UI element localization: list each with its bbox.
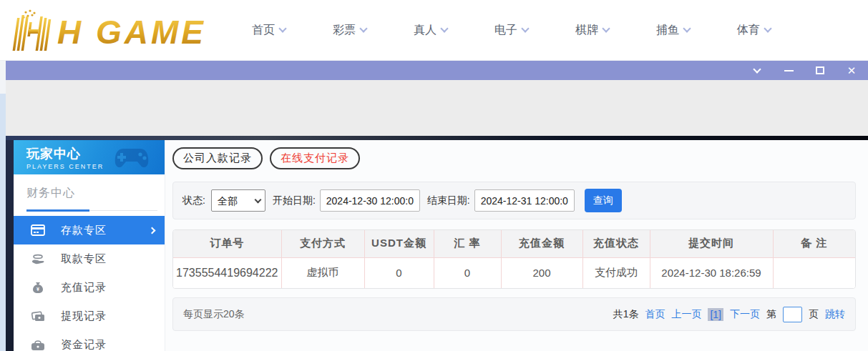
- nav-item-sports[interactable]: 体育: [737, 23, 771, 38]
- sidebar-item-label: 取款专区: [61, 252, 107, 266]
- sidebar-item-recharge-records[interactable]: ¥ 充值记录: [14, 273, 165, 302]
- jump-prefix-label: 第: [766, 308, 776, 321]
- start-date-label: 开始日期:: [273, 194, 316, 207]
- nav-item-chess[interactable]: 棋牌: [575, 23, 609, 38]
- sidebar-menu: 存款专区 取款专区 ¥ 充值记录: [14, 216, 165, 351]
- total-count: 共1条: [613, 308, 639, 321]
- nav-label: 首页: [252, 23, 275, 38]
- nav-label: 捕鱼: [656, 23, 679, 38]
- sidebar-section-underline: [26, 209, 165, 212]
- first-page-link[interactable]: 首页: [645, 308, 665, 321]
- filter-panel: 状态: 全部 开始日期: 结束日期: 查询: [172, 182, 856, 219]
- chevron-down-icon: [602, 24, 610, 32]
- page-gutter: [0, 61, 6, 351]
- hh-game-logo: H GAME: [10, 7, 210, 53]
- record-tabs: 公司入款记录 在线支付记录: [172, 147, 856, 169]
- cell-remark: [773, 257, 855, 288]
- nav-item-slots[interactable]: 电子: [494, 23, 528, 38]
- money-bag-icon: ¥: [31, 280, 45, 295]
- sidebar: 玩家中心 PLAYERS CENTER 财务中心: [14, 140, 165, 351]
- nav-item-fishing[interactable]: 捕鱼: [656, 23, 690, 38]
- pager-controls: 共1条 首页 上一页 [1] 下一页 第 页 跳转: [613, 307, 845, 322]
- chevron-down-icon: [521, 24, 529, 32]
- end-date-input[interactable]: [474, 189, 575, 212]
- sidebar-header: 玩家中心 PLAYERS CENTER: [14, 140, 165, 174]
- table-header-row: 订单号 支付方式 USDT金额 汇 率 充值金额 充值状态 提交时间 备 注: [173, 230, 855, 257]
- cell-recharge-amount: 200: [501, 257, 582, 288]
- sidebar-item-withdraw-records[interactable]: 提现记录: [14, 302, 165, 330]
- table-row: 1735554419694222 虚拟币 0 0 200 支付成功 2024-1…: [173, 257, 855, 288]
- cell-order-no: 1735554419694222: [173, 257, 281, 288]
- sidebar-item-label: 资金记录: [61, 338, 107, 351]
- logo-text: H GAME: [57, 14, 206, 51]
- records-table: 订单号 支付方式 USDT金额 汇 率 充值金额 充值状态 提交时间 备 注 1: [172, 229, 856, 289]
- wallet-cards-icon: [31, 309, 45, 323]
- per-page-label: 每页显示20条: [183, 308, 245, 321]
- cell-submit-time: 2024-12-30 18:26:59: [650, 257, 773, 288]
- hand-coins-icon: [31, 252, 45, 266]
- nav-label: 体育: [737, 23, 760, 38]
- gamepad-icon: [113, 144, 157, 172]
- search-button[interactable]: 查询: [585, 189, 622, 212]
- status-select-box: 全部: [211, 189, 265, 212]
- chevron-down-icon: [278, 24, 286, 32]
- chevron-down-icon: [683, 24, 691, 32]
- cell-pay-method: 虚拟币: [281, 257, 364, 288]
- purse-icon: [31, 337, 45, 351]
- svg-text:¥: ¥: [36, 287, 39, 292]
- nav-label: 电子: [494, 23, 517, 38]
- nav-item-home[interactable]: 首页: [252, 23, 286, 38]
- jump-button[interactable]: 跳转: [825, 308, 845, 321]
- maximize-icon[interactable]: [815, 66, 825, 76]
- close-icon[interactable]: ✕: [847, 66, 857, 76]
- sidebar-item-label: 存款专区: [61, 224, 107, 237]
- status-label: 状态:: [182, 194, 205, 207]
- nav-item-lottery[interactable]: 彩票: [333, 23, 366, 38]
- col-exchange-rate: 汇 率: [434, 230, 501, 257]
- bank-card-icon: [31, 223, 45, 237]
- player-center-window: ✕ 玩家中心 PLAYERS CENTER: [6, 61, 868, 351]
- col-usdt-amount: USDT金额: [364, 230, 434, 257]
- tab-company-deposit-records[interactable]: 公司入款记录: [172, 147, 263, 169]
- next-page-link[interactable]: 下一页: [730, 308, 760, 321]
- sidebar-item-deposit[interactable]: 存款专区: [14, 216, 165, 244]
- col-recharge-status: 充值状态: [582, 230, 650, 257]
- cell-usdt-amount: 0: [364, 257, 434, 288]
- status-select[interactable]: 全部: [211, 189, 265, 212]
- jump-suffix-label: 页: [809, 308, 819, 321]
- chevron-right-icon: [149, 227, 156, 234]
- site-header: H GAME 首页 彩票 真人 电子 棋牌 捕鱼 体育: [0, 0, 868, 61]
- page-jump-input[interactable]: [783, 307, 802, 322]
- minimize-icon[interactable]: [784, 66, 794, 76]
- window-left-edge: [6, 140, 14, 351]
- sidebar-item-label: 充值记录: [61, 281, 107, 295]
- main-nav: 首页 彩票 真人 电子 棋牌 捕鱼 体育: [252, 23, 771, 38]
- pagination-bar: 每页显示20条 共1条 首页 上一页 [1] 下一页 第 页 跳转: [172, 297, 856, 331]
- current-page-indicator: [1]: [708, 308, 723, 321]
- window-titlebar: ✕: [6, 61, 868, 80]
- chevron-down-icon: [440, 24, 448, 32]
- tab-online-payment-records[interactable]: 在线支付记录: [270, 147, 360, 169]
- nav-label: 棋牌: [575, 23, 598, 38]
- cell-recharge-status: 支付成功: [582, 257, 650, 288]
- nav-label: 彩票: [333, 23, 356, 38]
- chevron-down-icon: [764, 24, 771, 32]
- start-date-input[interactable]: [320, 189, 420, 212]
- col-submit-time: 提交时间: [650, 230, 773, 257]
- sidebar-item-withdraw-zone[interactable]: 取款专区: [14, 244, 165, 273]
- main-content: 公司入款记录 在线支付记录 状态: 全部 开始日期: 结束日期: 查询: [165, 140, 868, 351]
- sidebar-item-label: 提现记录: [61, 310, 107, 323]
- col-recharge-amount: 充值金额: [501, 230, 582, 257]
- sidebar-section-label: 财务中心: [26, 186, 165, 201]
- nav-item-live[interactable]: 真人: [414, 23, 447, 38]
- window-blank-area: [6, 80, 868, 136]
- cell-exchange-rate: 0: [434, 257, 501, 288]
- end-date-label: 结束日期:: [427, 194, 470, 207]
- nav-label: 真人: [414, 23, 437, 38]
- prev-page-link[interactable]: 上一页: [671, 308, 701, 321]
- sidebar-section: 财务中心: [14, 174, 165, 212]
- chevron-down-icon[interactable]: [752, 66, 762, 76]
- chevron-down-icon: [359, 24, 367, 32]
- sidebar-item-fund-records[interactable]: 资金记录: [14, 330, 165, 351]
- col-order-no: 订单号: [173, 230, 281, 257]
